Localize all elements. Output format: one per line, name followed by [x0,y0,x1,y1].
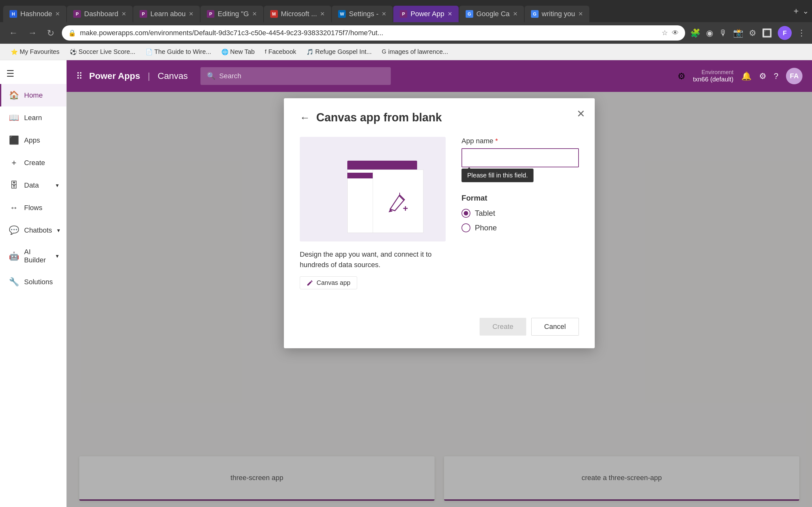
tab-close-googlecal[interactable]: ✕ [513,10,518,17]
user-avatar[interactable]: FA [786,68,803,84]
new-tab-button[interactable]: + [791,6,802,16]
browser-toolbar-icons: 🧩 ◉ 🎙 📸 ⚙ 🔳 F ⋮ [690,26,806,40]
tab-settings[interactable]: W Settings - ✕ [332,6,393,22]
modal-back-button[interactable]: ← [300,112,310,124]
sidebar-item-create[interactable]: + Create [0,152,66,174]
modal-body: + Design the app you want, and connect i… [300,137,579,289]
forward-button[interactable]: → [26,26,39,39]
browser-icon-3[interactable]: 📸 [733,28,743,38]
sidebar-toggle-button[interactable]: ☰ [0,63,66,84]
phone-radio-label: Phone [475,223,497,232]
sidebar-item-aibuilder[interactable]: 🤖 AI Builder ▾ [0,241,66,271]
preview-description: Design the app you want, and connect it … [300,249,446,270]
sidebar-icon-aibuilder: 🤖 [9,251,19,261]
help-icon[interactable]: ? [774,71,778,81]
bookmark-item-0[interactable]: ⭐My Favourites [6,47,64,57]
bookmark-star-icon[interactable]: ☆ [662,29,668,37]
sidebar-item-flows[interactable]: ↔ Flows [0,196,66,219]
tab-dashboard[interactable]: P Dashboard ✕ [67,6,133,22]
tab-close-microsoft[interactable]: ✕ [320,10,325,17]
tab-overflow-button[interactable]: ⌄ [803,7,809,15]
search-box[interactable]: 🔍 Search [200,67,391,85]
app-name-input[interactable] [461,148,579,167]
browser-menu-icon[interactable]: ⋮ [798,28,806,38]
notification-icon[interactable]: 🔔 [741,71,751,81]
tab-close-editing[interactable]: ✕ [252,10,257,17]
format-radio-group: Tablet Phone [461,209,579,232]
address-bar[interactable]: 🔒 make.powerapps.com/environments/Defaul… [62,25,685,41]
tab-hashnode[interactable]: H Hashnode ✕ [3,6,66,22]
format-phone-option[interactable]: Phone [461,223,579,232]
bookmark-item-1[interactable]: ⚽Soccer Live Score... [65,47,140,57]
brand-divider: | [148,71,150,81]
browser-icon-4[interactable]: ⚙ [749,28,756,38]
sidebar-label-solutions: Solutions [24,278,53,286]
brand-area: Power Apps | Canvas [89,71,188,81]
bookmark-item-4[interactable]: fFacebook [260,47,301,57]
top-bar: ⠿ Power Apps | Canvas 🔍 Search ⚙ Environ… [67,60,812,92]
reload-button[interactable]: ↻ [44,26,57,40]
lock-icon: 🔒 [68,29,76,37]
sidebar-icon-solutions: 🔧 [9,277,19,287]
bookmarks-bar: ⭐My Favourites⚽Soccer Live Score...📄The … [0,44,812,60]
sidebar-expand-chatbots[interactable]: ▾ [57,227,60,234]
browser-icon-2[interactable]: 🎙 [719,28,727,38]
pencil-plus-icon: + [386,188,411,214]
tab-close-dashboard[interactable]: ✕ [121,10,126,17]
bookmark-favicon-0: ⭐ [11,49,18,55]
tab-close-learn[interactable]: ✕ [189,10,194,17]
tab-close-powerapps[interactable]: ✕ [448,10,452,17]
canvas-app-badge-label: Canvas app [316,279,351,286]
tab-microsoft[interactable]: M Microsoft ... ✕ [264,6,332,22]
sidebar-expand-data[interactable]: ▾ [56,182,59,189]
tab-close-hashnode[interactable]: ✕ [55,10,60,17]
bookmark-item-3[interactable]: 🌐New Tab [217,47,259,57]
bookmark-item-6[interactable]: Gimages of lawrence... [377,47,453,57]
cancel-button[interactable]: Cancel [531,318,579,336]
settings-icon[interactable]: ⚙ [759,71,766,81]
preview-panel-bar [347,173,373,178]
tab-close-settings[interactable]: ✕ [382,10,386,17]
create-button[interactable]: Create [479,318,526,336]
waffle-icon[interactable]: ⠿ [76,71,83,81]
back-button[interactable]: ← [6,26,20,39]
tab-writing[interactable]: G writing you ✕ [525,6,589,22]
bookmark-favicon-4: f [265,49,266,55]
tab-learn[interactable]: P Learn abou ✕ [133,6,200,22]
tab-powerapps[interactable]: P Power App ✕ [393,6,458,22]
eye-icon[interactable]: 👁 [672,29,679,37]
tab-label-powerapps: Power App [410,10,444,18]
sidebar-item-home[interactable]: 🏠 Home [0,84,66,107]
modal-close-button[interactable]: ✕ [577,108,585,120]
tab-googlecal[interactable]: G Google Ca ✕ [459,6,524,22]
phone-radio-circle[interactable] [461,223,470,232]
sidebar-expand-aibuilder[interactable]: ▾ [56,252,59,260]
canvas-app-badge[interactable]: Canvas app [300,276,357,289]
extensions-icon[interactable]: 🧩 [690,28,700,38]
bookmark-item-5[interactable]: 🎵Refuge Gospel Int... [302,47,376,57]
sidebar-item-learn[interactable]: 📖 Learn [0,107,66,129]
tablet-radio-circle[interactable] [461,209,470,218]
tab-close-writing[interactable]: ✕ [578,10,583,17]
canvas-app-modal: ← Canvas app from blank ✕ [284,98,595,348]
browser-icon-1[interactable]: ◉ [706,28,713,38]
sidebar-item-apps[interactable]: ⬛ Apps [0,129,66,152]
tablet-radio-label: Tablet [475,209,495,218]
sidebar: ☰ 🏠 Home 📖 Learn ⬛ Apps + Create 🗄 Data … [0,60,67,507]
bookmark-item-2[interactable]: 📄The Guide to Wire... [141,47,216,57]
browser-icon-5[interactable]: 🔳 [762,28,772,38]
browser-profile[interactable]: F [778,26,792,40]
sidebar-label-data: Data [24,181,39,189]
canvas-label: Canvas [158,71,188,81]
bookmark-label-5: Refuge Gospel Int... [315,48,372,55]
format-tablet-option[interactable]: Tablet [461,209,579,218]
sidebar-label-apps: Apps [24,136,40,145]
sidebar-item-solutions[interactable]: 🔧 Solutions [0,271,66,293]
sidebar-item-data[interactable]: 🗄 Data ▾ [0,174,66,196]
bookmark-favicon-1: ⚽ [70,49,77,55]
sidebar-item-chatbots[interactable]: 💬 Chatbots ▾ [0,219,66,241]
tab-editing[interactable]: P Editing "G ✕ [200,6,263,22]
bookmark-favicon-3: 🌐 [221,49,229,55]
app-name-label: App name * [461,137,579,145]
browser-chrome: H Hashnode ✕ P Dashboard ✕ P Learn abou … [0,0,812,60]
